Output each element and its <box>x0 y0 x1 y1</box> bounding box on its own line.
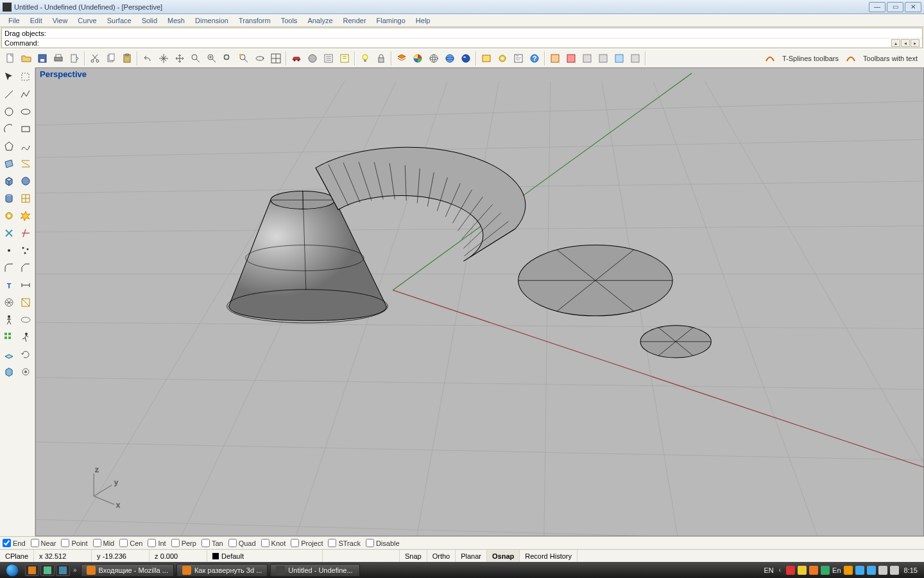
taskbar-clock[interactable]: 8:15 <box>902 566 920 574</box>
status-layer[interactable]: Default <box>207 550 323 562</box>
command-history-back-button[interactable]: ◂ <box>901 39 910 47</box>
dimension-tool[interactable] <box>18 277 34 293</box>
copy-button[interactable] <box>103 51 119 66</box>
tray-icon-4[interactable] <box>821 566 830 575</box>
zoom-button[interactable] <box>188 51 203 66</box>
menu-analyze[interactable]: Analyze <box>303 15 337 26</box>
circle-tool[interactable] <box>1 103 17 120</box>
osnap-perp[interactable]: Perp <box>171 539 196 547</box>
four-views-button[interactable] <box>268 51 284 66</box>
menu-help[interactable]: Help <box>411 15 435 26</box>
tray-icon-3[interactable] <box>809 566 818 575</box>
mesh-tool[interactable] <box>18 190 34 207</box>
line-tool[interactable] <box>1 86 17 103</box>
refresh-tool[interactable] <box>18 346 34 363</box>
save-file-button[interactable] <box>35 51 50 66</box>
wireframe-sphere-icon[interactable] <box>426 51 441 66</box>
osnap-mid[interactable]: Mid <box>93 539 115 547</box>
tsplines-icon[interactable] <box>762 51 778 66</box>
osnap-cen[interactable]: Cen <box>119 539 142 547</box>
lasso-tool[interactable] <box>18 69 34 85</box>
status-ortho[interactable]: Ortho <box>427 550 456 562</box>
tray-icon-6[interactable] <box>855 566 864 575</box>
lock-icon[interactable] <box>373 51 389 66</box>
person-walk-icon[interactable] <box>1 311 17 328</box>
osnap-project[interactable]: Project <box>291 539 323 547</box>
tray-icon-1[interactable] <box>786 566 795 575</box>
language-indicator[interactable]: EN <box>764 566 773 574</box>
tray-icon-8[interactable] <box>878 566 887 575</box>
trim-tool[interactable] <box>18 225 34 241</box>
array-tool[interactable] <box>1 329 17 346</box>
tray-icon-5[interactable] <box>844 566 853 575</box>
shade-button[interactable] <box>305 51 320 66</box>
curve-tool[interactable] <box>18 138 34 155</box>
menu-dimension[interactable]: Dimension <box>191 15 233 26</box>
undo-button[interactable] <box>140 51 155 66</box>
zoom-window-button[interactable] <box>204 51 219 66</box>
point-tool[interactable] <box>1 242 17 259</box>
box-primitive-tool[interactable] <box>1 363 17 380</box>
explode-tool[interactable] <box>18 207 34 224</box>
volume-icon[interactable] <box>890 566 899 575</box>
lightbulb-icon[interactable] <box>357 51 373 66</box>
polyline-tool[interactable] <box>18 86 34 103</box>
section-tool[interactable] <box>18 294 34 311</box>
rectangle-tool[interactable] <box>18 121 34 137</box>
quicklaunch-icon-3[interactable] <box>56 565 70 576</box>
select-tool[interactable] <box>1 69 17 85</box>
surface-tool[interactable] <box>1 155 17 172</box>
plugin-gear-icon[interactable] <box>495 51 510 66</box>
tray-overflow[interactable]: ‹ <box>776 566 783 574</box>
status-planar[interactable]: Planar <box>455 550 486 562</box>
cplane-tool[interactable] <box>1 346 17 363</box>
options-button[interactable] <box>321 51 336 66</box>
globe-icon[interactable] <box>442 51 458 66</box>
script-button[interactable] <box>511 51 526 66</box>
layer-button[interactable] <box>394 51 409 66</box>
rotate-view-button[interactable] <box>252 51 268 66</box>
zoom-selected-button[interactable] <box>236 51 252 66</box>
zoom-extents-button[interactable] <box>220 51 235 66</box>
status-record-history[interactable]: Record History <box>519 550 578 562</box>
viewport-label[interactable]: Perspective <box>40 69 87 79</box>
cut-button[interactable] <box>87 51 103 66</box>
minimize-button[interactable]: — <box>869 2 886 12</box>
osnap-strack[interactable]: STrack <box>328 539 360 547</box>
menu-edit[interactable]: Edit <box>26 15 47 26</box>
cylinder-tool[interactable] <box>1 190 17 207</box>
quicklaunch-overflow[interactable]: » <box>71 566 80 574</box>
tsplines-toolbars-label[interactable]: T-Splines toolbars <box>778 55 843 62</box>
menu-solid[interactable]: Solid <box>137 15 162 26</box>
chamfer-tool[interactable] <box>18 259 34 276</box>
box-e-button[interactable] <box>612 51 627 66</box>
language-indicator-2[interactable]: En <box>832 566 841 574</box>
maximize-button[interactable]: ▭ <box>887 2 903 12</box>
box-f-button[interactable] <box>628 51 643 66</box>
box-a-button[interactable] <box>547 51 563 66</box>
menu-curve[interactable]: Curve <box>73 15 101 26</box>
close-button[interactable]: ✕ <box>905 2 921 12</box>
osnap-quad[interactable]: Quad <box>228 539 256 547</box>
properties-button[interactable] <box>337 51 352 66</box>
status-osnap[interactable]: Osnap <box>486 550 519 562</box>
pan-button[interactable] <box>156 51 171 66</box>
quicklaunch-icon-1[interactable] <box>25 565 39 576</box>
polygon-tool[interactable] <box>1 138 17 155</box>
text-tool[interactable]: T <box>1 277 17 293</box>
new-file-button[interactable] <box>3 51 18 66</box>
osnap-knot[interactable]: Knot <box>261 539 286 547</box>
menu-surface[interactable]: Surface <box>103 15 136 26</box>
open-file-button[interactable] <box>19 51 34 66</box>
arc-tool[interactable] <box>1 121 17 137</box>
menu-render[interactable]: Render <box>339 15 371 26</box>
viewport-perspective[interactable]: Perspective <box>35 67 924 536</box>
osnap-near[interactable]: Near <box>31 539 56 547</box>
start-button[interactable] <box>0 562 24 578</box>
paste-button[interactable] <box>119 51 135 66</box>
car-icon[interactable] <box>289 51 304 66</box>
command-history-fwd-button[interactable]: ▸ <box>911 39 920 47</box>
move-button[interactable] <box>172 51 187 66</box>
loft-tool[interactable] <box>18 155 34 172</box>
gear-tool[interactable] <box>1 207 17 224</box>
